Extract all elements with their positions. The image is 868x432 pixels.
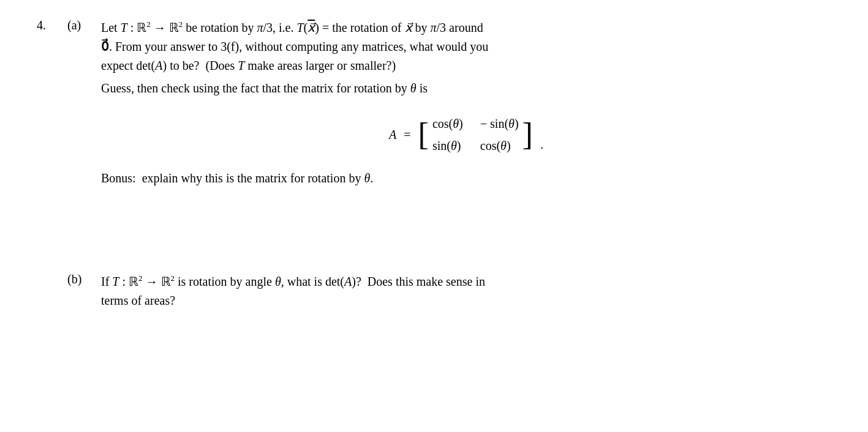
part-a-line3: expect det(A) to be? (Does T make areas … xyxy=(101,56,831,75)
matrix-bracket-wrap: [ cos(θ) − sin(θ) sin(θ) cos(θ) ] xyxy=(418,111,533,158)
bracket-left: [ xyxy=(418,119,429,151)
matrix-r1c2: − sin(θ) xyxy=(480,114,519,133)
part-a-label: (a) xyxy=(67,18,101,32)
problem-row: 4. (a) Let T : ℝ2 → ℝ2 be rotation by π/… xyxy=(37,18,831,321)
spacer xyxy=(67,199,831,272)
part-a-guess-line: Guess, then check using the fact that th… xyxy=(101,79,831,98)
matrix-r2c1: sin(θ) xyxy=(432,136,463,155)
matrix-equation: A = [ cos(θ) − sin(θ) sin(θ) cos(θ) xyxy=(101,111,831,158)
period: . xyxy=(540,135,543,158)
problem-number: 4. xyxy=(37,18,67,32)
bonus-line: Bonus: explain why this is the matrix fo… xyxy=(101,169,831,188)
matrix-cells: cos(θ) − sin(θ) sin(θ) cos(θ) xyxy=(429,111,523,158)
part-b-line2: terms of areas? xyxy=(101,291,831,310)
matrix-eq-inner: A = [ cos(θ) − sin(θ) sin(θ) cos(θ) xyxy=(389,111,543,158)
parts-container: (a) Let T : ℝ2 → ℝ2 be rotation by π/3, … xyxy=(67,18,831,321)
part-a-content: Let T : ℝ2 → ℝ2 be rotation by π/3, i.e.… xyxy=(101,18,831,188)
problem-container: 4. (a) Let T : ℝ2 → ℝ2 be rotation by π/… xyxy=(37,18,831,321)
part-a-line1: Let T : ℝ2 → ℝ2 be rotation by π/3, i.e.… xyxy=(101,18,831,37)
part-b-content: If T : ℝ2 → ℝ2 is rotation by angle θ, w… xyxy=(101,272,831,310)
part-b-label: (b) xyxy=(67,272,101,286)
matrix-r1c1: cos(θ) xyxy=(432,114,463,133)
part-a: (a) Let T : ℝ2 → ℝ2 be rotation by π/3, … xyxy=(67,18,831,188)
part-b: (b) If T : ℝ2 → ℝ2 is rotation by angle … xyxy=(67,272,831,310)
matrix-lhs-label: A xyxy=(389,125,396,144)
matrix-r2c2: cos(θ) xyxy=(480,136,519,155)
part-a-line2: 0⃗. From your answer to 3(f), without co… xyxy=(101,37,831,56)
part-b-line1: If T : ℝ2 → ℝ2 is rotation by angle θ, w… xyxy=(101,272,831,291)
equals-sign: = xyxy=(404,125,410,144)
bracket-right: ] xyxy=(523,119,533,151)
